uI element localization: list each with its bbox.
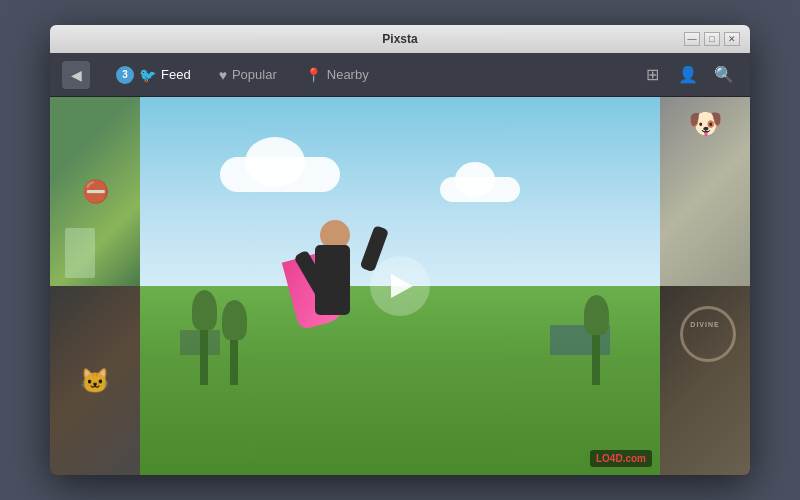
left-thumbnail-strip bbox=[50, 97, 140, 475]
main-photo[interactable]: LO4D.com bbox=[140, 97, 660, 475]
tab-popular[interactable]: ♥ Popular bbox=[205, 61, 291, 89]
person-1-shape bbox=[300, 215, 380, 395]
tree-3 bbox=[592, 330, 600, 385]
popular-label: Popular bbox=[232, 67, 277, 82]
tab-nearby[interactable]: 📍 Nearby bbox=[291, 61, 383, 89]
main-content: LO4D.com bbox=[50, 97, 750, 475]
thumbnail-left-top[interactable] bbox=[50, 97, 140, 286]
person-1 bbox=[300, 215, 380, 395]
play-triangle-icon bbox=[391, 274, 413, 298]
toolbar: ◀ 3 🐦 Feed ♥ Popular 📍 Nearby ⊞ 👤 🔍 bbox=[50, 53, 750, 97]
cloud-2 bbox=[440, 177, 520, 202]
feed-badge: 3 bbox=[116, 66, 134, 84]
back-button[interactable]: ◀ bbox=[62, 61, 90, 89]
minimize-button[interactable]: — bbox=[684, 32, 700, 46]
cloud-1 bbox=[220, 157, 340, 192]
maximize-button[interactable]: □ bbox=[704, 32, 720, 46]
window-controls: — □ ✕ bbox=[684, 32, 740, 46]
heart-icon: ♥ bbox=[219, 67, 227, 83]
thumbnail-left-bottom[interactable] bbox=[50, 286, 140, 475]
thumbnail-right-top[interactable] bbox=[660, 97, 750, 286]
tree-2 bbox=[230, 335, 238, 385]
tab-feed[interactable]: 3 🐦 Feed bbox=[102, 60, 205, 90]
right-thumbnail-strip bbox=[660, 97, 750, 475]
toolbar-right: ⊞ 👤 🔍 bbox=[638, 61, 738, 89]
location-icon: 📍 bbox=[305, 67, 322, 83]
title-bar: Pixsta — □ ✕ bbox=[50, 25, 750, 53]
tree-1 bbox=[200, 325, 208, 385]
watermark-brand: LO4D.com bbox=[596, 453, 646, 464]
thumbnail-right-bottom[interactable] bbox=[660, 286, 750, 475]
profile-button[interactable]: 👤 bbox=[674, 61, 702, 89]
nav-tabs: 3 🐦 Feed ♥ Popular 📍 Nearby bbox=[102, 60, 638, 90]
feed-icon: 🐦 bbox=[139, 67, 156, 83]
close-button[interactable]: ✕ bbox=[724, 32, 740, 46]
play-button[interactable] bbox=[370, 256, 430, 316]
feed-label: Feed bbox=[161, 67, 191, 82]
watermark: LO4D.com bbox=[590, 450, 652, 467]
grid-button[interactable]: ⊞ bbox=[638, 61, 666, 89]
window-title: Pixsta bbox=[382, 32, 417, 46]
search-button[interactable]: 🔍 bbox=[710, 61, 738, 89]
app-window: Pixsta — □ ✕ ◀ 3 🐦 Feed ♥ Popular 📍 bbox=[50, 25, 750, 475]
nearby-label: Nearby bbox=[327, 67, 369, 82]
